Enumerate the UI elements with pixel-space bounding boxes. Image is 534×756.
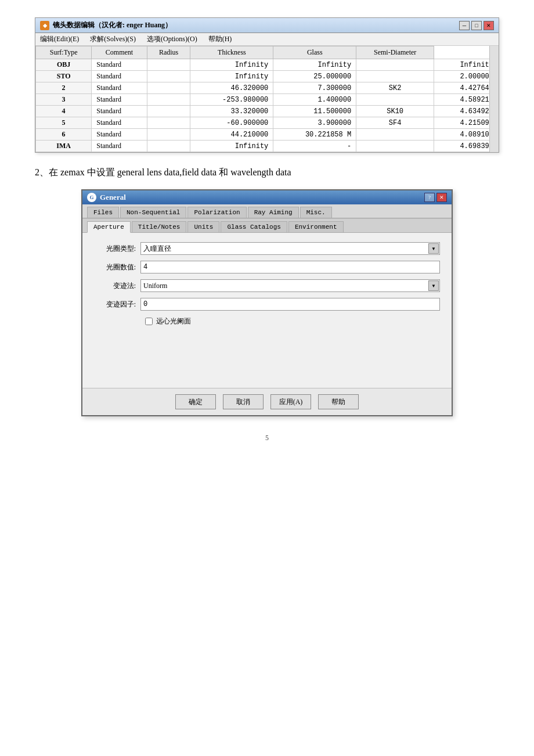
aperture-type-select[interactable]: 入瞳直径 <box>140 242 440 255</box>
row-thickness: Infinity <box>273 59 356 71</box>
tab-files[interactable]: Files <box>87 207 119 218</box>
apodization-row: 变迹法: Uniform ▼ <box>94 279 440 292</box>
row-semi-diameter: 4.427649 <box>434 82 499 94</box>
row-semi-diameter: Infinity <box>434 59 499 71</box>
row-label: 3 <box>36 94 92 106</box>
general-title-text-label: General <box>100 193 126 202</box>
tabs-row-1: Files Non-Sequential Polarization Ray Ai… <box>82 204 452 218</box>
general-titlebar: G General ? ✕ <box>82 190 452 204</box>
apodization-factor-input[interactable] <box>140 298 440 311</box>
row-comment <box>147 129 190 141</box>
table-row[interactable]: IMA Standard Infinity - 4.698397 <box>36 141 499 152</box>
tab-glass-catalogs[interactable]: Glass Catalogs <box>221 221 287 232</box>
row-thickness: - <box>273 141 356 152</box>
restore-button[interactable]: □ <box>471 21 482 30</box>
row-type: Standard <box>92 59 147 71</box>
tab-environment[interactable]: Environment <box>288 221 344 232</box>
col-header-glass: Glass <box>273 46 356 59</box>
general-window-icon: G <box>87 193 96 202</box>
table-row[interactable]: 4 Standard 33.320000 11.500000 SK10 4.63… <box>36 106 499 117</box>
cancel-button[interactable]: 取消 <box>223 394 264 409</box>
menu-options[interactable]: 选项(Options)(O) <box>147 35 197 43</box>
top-window-icon: ◆ <box>40 21 49 30</box>
row-comment <box>147 141 190 152</box>
aperture-value-label: 光圈数值: <box>94 262 140 272</box>
table-row[interactable]: 2 Standard 46.320000 7.300000 SK2 4.4276… <box>36 82 499 94</box>
general-help-button[interactable]: ? <box>424 193 435 202</box>
row-semi-diameter: 4.698397 <box>434 141 499 152</box>
close-button[interactable]: ✕ <box>484 21 494 30</box>
row-thickness: 25.000000 <box>273 71 356 82</box>
row-type: Standard <box>92 82 147 94</box>
col-header-semi: Semi-Diameter <box>356 46 434 59</box>
table-scrollbar[interactable] <box>489 46 499 152</box>
row-glass <box>356 94 434 106</box>
general-body: 光圈类型: 入瞳直径 ▼ 光圈数值: 变迹法: Uniform ▼ <box>82 233 452 388</box>
row-type: Standard <box>92 129 147 141</box>
row-type: Standard <box>92 94 147 106</box>
row-comment <box>147 71 190 82</box>
tab-misc[interactable]: Misc. <box>300 207 332 218</box>
tab-ray-aiming[interactable]: Ray Aiming <box>248 207 299 218</box>
row-radius: Infinity <box>190 141 273 152</box>
tabs-row-2: Aperture Title/Notes Units Glass Catalog… <box>82 218 452 233</box>
aperture-type-row: 光圈类型: 入瞳直径 ▼ <box>94 242 440 255</box>
table-row[interactable]: 3 Standard -253.980000 1.400000 4.589219 <box>36 94 499 106</box>
tab-non-sequential[interactable]: Non-Sequential <box>120 207 186 218</box>
telecentric-checkbox[interactable] <box>145 318 153 325</box>
lens-table-wrapper: Surf:Type Comment Radius Thickness Glass… <box>35 46 499 152</box>
menu-solves[interactable]: 求解(Solves)(S) <box>90 35 136 43</box>
top-window-menubar: 编辑(Edit)(E) 求解(Solves)(S) 选项(Options)(O)… <box>35 33 499 46</box>
top-window-controls: ─ □ ✕ <box>459 21 494 30</box>
row-comment <box>147 59 190 71</box>
help-button[interactable]: 帮助 <box>318 394 359 409</box>
table-row[interactable]: 6 Standard 44.210000 30.221858 M 4.08910… <box>36 129 499 141</box>
aperture-type-select-wrapper: 入瞳直径 ▼ <box>140 242 440 255</box>
minimize-button[interactable]: ─ <box>459 21 470 30</box>
row-thickness: 1.400000 <box>273 94 356 106</box>
row-semi-diameter: 4.089106 <box>434 129 499 141</box>
tab-title-notes[interactable]: Title/Notes <box>132 221 187 232</box>
table-row[interactable]: STO Standard Infinity 25.000000 2.000000 <box>36 71 499 82</box>
apodization-select[interactable]: Uniform <box>140 279 440 292</box>
row-comment <box>147 82 190 94</box>
telecentric-row: 远心光阑面 <box>94 316 440 326</box>
apply-button[interactable]: 应用(A) <box>270 394 311 409</box>
table-row[interactable]: 5 Standard -60.900000 3.900000 SF4 4.215… <box>36 117 499 129</box>
top-window-titlebar: ◆ 镜头数据编辑（汉化者: enger Huang） ─ □ ✕ <box>35 18 499 33</box>
row-radius: -60.900000 <box>190 117 273 129</box>
row-thickness: 3.900000 <box>273 117 356 129</box>
lens-data-table: Surf:Type Comment Radius Thickness Glass… <box>35 46 499 152</box>
row-radius: 44.210000 <box>190 129 273 141</box>
ok-button[interactable]: 确定 <box>175 394 216 409</box>
row-label: IMA <box>36 141 92 152</box>
row-glass <box>356 71 434 82</box>
row-type: Standard <box>92 71 147 82</box>
tab-units[interactable]: Units <box>187 221 219 232</box>
tab-aperture[interactable]: Aperture <box>87 221 131 233</box>
row-glass: SK10 <box>356 106 434 117</box>
row-glass <box>356 141 434 152</box>
col-header-surf: Surf:Type <box>36 46 92 59</box>
aperture-value-input[interactable] <box>140 261 440 273</box>
row-thickness: 11.500000 <box>273 106 356 117</box>
row-radius: Infinity <box>190 71 273 82</box>
menu-help[interactable]: 帮助(H) <box>208 35 232 43</box>
aperture-type-label: 光圈类型: <box>94 244 140 254</box>
tab-polarization[interactable]: Polarization <box>187 207 246 218</box>
apodization-factor-label: 变迹因子: <box>94 300 140 309</box>
col-header-radius: Radius <box>147 46 190 59</box>
row-label: 2 <box>36 82 92 94</box>
row-type: Standard <box>92 106 147 117</box>
table-row[interactable]: OBJ Standard Infinity Infinity Infinity <box>36 59 499 71</box>
row-comment <box>147 106 190 117</box>
menu-edit[interactable]: 编辑(Edit)(E) <box>40 35 79 43</box>
row-glass: SK2 <box>356 82 434 94</box>
row-thickness: 30.221858 M <box>273 129 356 141</box>
telecentric-label: 远心光阑面 <box>156 316 191 326</box>
row-type: Standard <box>92 117 147 129</box>
apodization-label: 变迹法: <box>94 281 140 291</box>
general-close-button[interactable]: ✕ <box>436 193 447 202</box>
top-window-title-text: 镜头数据编辑（汉化者: enger Huang） <box>53 20 172 30</box>
row-label: 5 <box>36 117 92 129</box>
